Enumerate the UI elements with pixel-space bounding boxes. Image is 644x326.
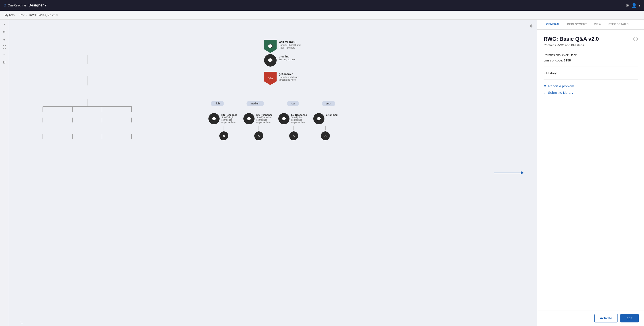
circle-toggle[interactable] bbox=[633, 37, 638, 41]
tab-general[interactable]: GENERAL bbox=[543, 20, 564, 30]
right-panel: GENERAL DEPLOYMENT VIEW STEP DETAILS RWC… bbox=[537, 20, 644, 326]
terminal-icon: >_ bbox=[20, 320, 23, 323]
doc-icon[interactable]: 🗒 bbox=[3, 60, 6, 64]
error-close-icon[interactable]: ✕ bbox=[321, 132, 330, 140]
mc-response-icon[interactable]: 💬 bbox=[244, 113, 254, 124]
panel-tabs: GENERAL DEPLOYMENT VIEW STEP DETAILS bbox=[537, 20, 644, 30]
expand-icon[interactable]: › bbox=[4, 22, 5, 26]
lc-response-group: 💬 LC Response Specify low confidence res… bbox=[278, 113, 309, 140]
mc-response-label: MC Response bbox=[256, 114, 274, 116]
permissions-label: Permissions level: bbox=[544, 53, 569, 57]
tab-step-details[interactable]: STEP DETAILS bbox=[605, 20, 632, 30]
panel-footer: Activate Edit bbox=[537, 310, 644, 326]
get-answer-node-icon: Q&A bbox=[264, 72, 276, 85]
add-icon[interactable]: + bbox=[3, 38, 5, 42]
hc-close-icon[interactable]: ✕ bbox=[219, 132, 228, 140]
wait-node-group[interactable]: 💬 wait for RWC Specify Chat ID and Page … bbox=[264, 40, 301, 53]
gear-icon: ⚙ bbox=[544, 84, 546, 88]
breadcrumb-sep-1: › bbox=[16, 13, 17, 17]
wait-node-icon: 💬 bbox=[264, 40, 276, 53]
lines-label: Lines of code: bbox=[544, 58, 563, 62]
permissions-value: User bbox=[570, 53, 576, 57]
greeting-node-icon: 💬 bbox=[264, 54, 276, 66]
edit-button[interactable]: Edit bbox=[620, 314, 639, 322]
terminal-button[interactable]: >_ bbox=[20, 320, 23, 323]
breadcrumb-sep-2: › bbox=[26, 13, 27, 17]
wait-node-label-group: wait for RWC Specify Chat ID and Page Ti… bbox=[279, 40, 301, 49]
gps-icon[interactable]: ⊕ bbox=[530, 23, 534, 28]
user-icon[interactable]: 👤 bbox=[631, 3, 637, 8]
report-problem-label: Report a problem bbox=[548, 84, 574, 88]
arrow-right bbox=[494, 171, 524, 174]
left-sidebar: › ↺ + ⛶ − 🗒 bbox=[0, 20, 9, 326]
branch-error[interactable]: error bbox=[322, 101, 335, 106]
divider-1 bbox=[544, 66, 638, 67]
panel-content: RWC: Basic Q&A v2.0 Contains RWC and KM … bbox=[537, 30, 644, 310]
breadcrumb: My bots › Test › RWC: Basic Q&A v2.0 bbox=[0, 11, 644, 20]
lc-response-icon[interactable]: 💬 bbox=[278, 113, 290, 124]
breadcrumb-mybots[interactable]: My bots bbox=[4, 13, 15, 17]
flow-svg bbox=[9, 33, 178, 184]
report-problem-link[interactable]: ⚙ Report a problem bbox=[544, 84, 638, 88]
tab-view[interactable]: VIEW bbox=[590, 20, 605, 30]
arrow-head bbox=[521, 171, 524, 174]
history-chevron-icon: › bbox=[544, 72, 544, 75]
get-answer-node-group[interactable]: Q&A get answer Specify confidence thresh… bbox=[264, 72, 301, 85]
submit-to-library-link[interactable]: ✓ Submit to Library bbox=[544, 91, 638, 94]
lc-response-sublabel: Specify low confidence response here bbox=[291, 116, 309, 124]
divider-2 bbox=[544, 80, 638, 80]
designer-label: Designer bbox=[28, 3, 44, 7]
tab-deployment[interactable]: DEPLOYMENT bbox=[564, 20, 590, 30]
branch-low[interactable]: low bbox=[287, 101, 299, 106]
history-label: History bbox=[546, 71, 557, 75]
fullscreen-icon[interactable]: ⛶ bbox=[3, 45, 6, 49]
grid-icon[interactable]: ⊞ bbox=[626, 3, 630, 8]
logo-text: OneReach.ai bbox=[8, 4, 26, 7]
error-connector bbox=[325, 126, 326, 130]
breadcrumb-current: RWC: Basic Q&A v2.0 bbox=[29, 13, 58, 17]
greeting-node-group[interactable]: 💬 greeting 1st msg to user bbox=[264, 54, 296, 66]
wait-node-sublabel: Specify Chat ID and Page Title here bbox=[279, 44, 301, 49]
get-answer-node-sublabel: Specify confidence thresholds here bbox=[279, 76, 301, 81]
refresh-icon[interactable]: ↺ bbox=[3, 30, 6, 34]
branch-high[interactable]: high bbox=[211, 101, 224, 106]
branch-pills-row: high medium low error bbox=[211, 101, 335, 106]
lc-close-icon[interactable]: ✕ bbox=[289, 132, 298, 140]
nav-right: ⊞ 👤 ▾ bbox=[626, 3, 640, 8]
minus-icon[interactable]: − bbox=[3, 53, 5, 57]
mc-close-icon[interactable]: ✕ bbox=[254, 132, 263, 140]
lc-response-label: LC Response bbox=[291, 114, 309, 116]
lc-connector bbox=[294, 126, 294, 130]
logo: O OneReach.ai bbox=[4, 3, 26, 7]
greeting-node-label-group: greeting 1st msg to user bbox=[279, 54, 296, 61]
hc-response-label: HC Response bbox=[221, 114, 239, 116]
error-response-icon[interactable]: 💬 bbox=[313, 113, 324, 124]
hc-response-icon[interactable]: 💬 bbox=[208, 113, 220, 124]
mc-response-group: 💬 MC Response Specify medium confidence … bbox=[244, 113, 274, 140]
top-nav: O OneReach.ai Designer ▾ ⊞ 👤 ▾ bbox=[0, 0, 644, 11]
branch-medium[interactable]: medium bbox=[246, 101, 264, 106]
response-nodes-row: 💬 HC Response Specify high confidence re… bbox=[208, 113, 338, 140]
hc-response-group: 💬 HC Response Specify high confidence re… bbox=[208, 113, 239, 140]
user-chevron-icon: ▾ bbox=[639, 3, 640, 8]
get-answer-node-label: get answer bbox=[279, 72, 301, 76]
arrow-line bbox=[494, 172, 521, 173]
error-response-label: error msg bbox=[326, 114, 338, 116]
designer-button[interactable]: Designer ▾ bbox=[28, 3, 46, 8]
hc-response-sublabel: Specify high confidence response here bbox=[221, 116, 239, 124]
main-layout: › ↺ + ⛶ − 🗒 ⊕ bbox=[0, 20, 644, 326]
nav-left: O OneReach.ai Designer ▾ bbox=[4, 3, 46, 8]
mc-response-sublabel: Specify medium confidence response here bbox=[256, 116, 274, 124]
greeting-node-label: greeting bbox=[279, 55, 296, 58]
greeting-node-sublabel: 1st msg to user bbox=[279, 58, 296, 61]
mc-connector bbox=[258, 126, 259, 130]
submit-to-library-label: Submit to Library bbox=[548, 91, 573, 94]
breadcrumb-test[interactable]: Test bbox=[19, 13, 24, 17]
canvas-area: ⊕ bbox=[9, 20, 537, 326]
wait-node-label: wait for RWC bbox=[279, 40, 301, 44]
activate-button[interactable]: Activate bbox=[594, 314, 618, 322]
get-answer-node-label-group: get answer Specify confidence thresholds… bbox=[279, 72, 301, 81]
history-row[interactable]: › History bbox=[544, 71, 638, 75]
bot-title: RWC: Basic Q&A v2.0 bbox=[544, 36, 599, 42]
error-response-group: 💬 error msg ✕ bbox=[313, 113, 338, 140]
